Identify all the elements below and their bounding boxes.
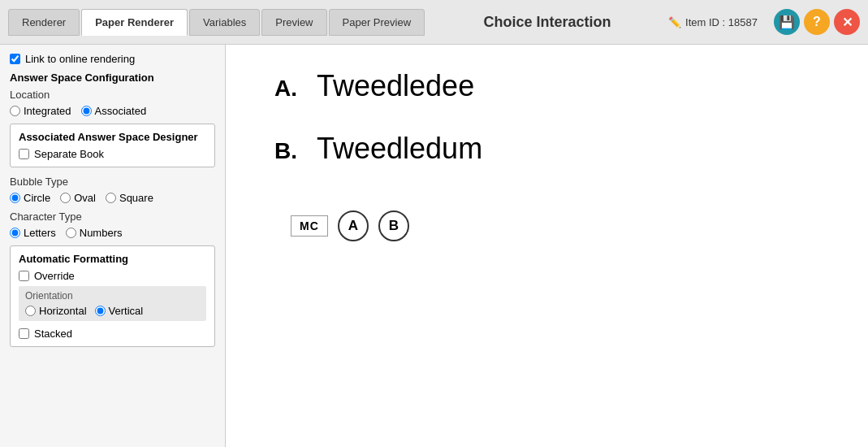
save-button[interactable]: 💾	[774, 9, 800, 35]
square-label: Square	[119, 192, 153, 204]
integrated-radio[interactable]	[10, 106, 20, 116]
square-radio[interactable]	[106, 193, 116, 203]
tab-renderer[interactable]: Renderer	[8, 9, 80, 36]
character-type-label: Character Type	[10, 210, 215, 223]
choice-a-text: Tweedledee	[317, 69, 474, 103]
pencil-icon: ✏️	[668, 16, 681, 28]
separate-book-checkbox[interactable]	[19, 149, 29, 159]
letters-option[interactable]: Letters	[10, 227, 56, 239]
associated-designer-box: Associated Answer Space Designer Separat…	[10, 124, 215, 167]
associated-radio[interactable]	[81, 106, 92, 116]
numbers-radio[interactable]	[66, 228, 76, 238]
vertical-label: Vertical	[109, 305, 144, 317]
separate-book-label: Separate Book	[34, 148, 104, 160]
mc-box: MC	[291, 215, 328, 237]
stacked-checkbox[interactable]	[19, 328, 29, 339]
associated-option[interactable]: Associated	[81, 105, 147, 117]
answer-bubble-area: MC A B	[291, 210, 409, 241]
horizontal-option[interactable]: Horizontal	[25, 305, 87, 317]
square-option[interactable]: Square	[106, 192, 153, 204]
auto-formatting-title: Automatic Formatting	[19, 253, 206, 265]
choice-item-b: B. Tweedledum	[274, 132, 482, 166]
choice-b-text: Tweedledum	[317, 132, 482, 166]
numbers-label: Numbers	[80, 227, 123, 239]
vertical-option[interactable]: Vertical	[95, 305, 144, 317]
location-label: Location	[10, 89, 215, 101]
answer-space-config-title: Answer Space Configuration	[10, 72, 215, 84]
tab-variables[interactable]: Variables	[189, 9, 260, 36]
item-id: ✏️ Item ID : 18587	[668, 16, 758, 28]
bubble-type-group: Circle Oval Square	[10, 192, 215, 204]
associated-label: Associated	[95, 105, 147, 117]
circle-label: Circle	[24, 192, 50, 204]
main-content: A. Tweedledee B. Tweedledum MC A B	[226, 45, 868, 447]
bubble-b: B	[378, 210, 409, 241]
auto-formatting-box: Automatic Formatting Override Orientatio…	[10, 245, 215, 347]
vertical-radio[interactable]	[95, 306, 106, 316]
tab-paper-preview[interactable]: Paper Preview	[329, 9, 425, 36]
choice-a-prefix: A.	[274, 76, 307, 102]
choice-item-a: A. Tweedledee	[274, 69, 474, 103]
integrated-label: Integrated	[24, 105, 71, 117]
sidebar: Link to online rendering Answer Space Co…	[0, 45, 226, 447]
link-to-online-row: Link to online rendering	[10, 53, 215, 65]
stacked-row: Stacked	[19, 328, 206, 340]
bubble-type-label: Bubble Type	[10, 176, 215, 188]
location-radio-group: Integrated Associated	[10, 105, 215, 117]
override-label: Override	[34, 270, 75, 282]
numbers-option[interactable]: Numbers	[66, 227, 123, 239]
horizontal-radio[interactable]	[25, 306, 36, 316]
oval-radio[interactable]	[60, 193, 71, 203]
override-checkbox[interactable]	[19, 271, 29, 281]
tab-preview[interactable]: Preview	[261, 9, 326, 36]
page-title: Choice Interaction	[426, 14, 668, 31]
link-to-online-checkbox[interactable]	[10, 54, 20, 64]
help-button[interactable]: ?	[804, 9, 830, 35]
oval-option[interactable]: Oval	[60, 192, 96, 204]
oval-label: Oval	[74, 192, 96, 204]
close-button[interactable]: ✕	[834, 9, 860, 35]
item-id-text: Item ID : 18587	[685, 16, 758, 28]
associated-designer-title: Associated Answer Space Designer	[19, 131, 206, 143]
letters-label: Letters	[24, 227, 56, 239]
save-icon: 💾	[779, 15, 795, 30]
bubble-a: A	[338, 210, 369, 241]
link-to-online-label: Link to online rendering	[25, 53, 135, 65]
separate-book-row: Separate Book	[19, 148, 206, 160]
orientation-group: Orientation Horizontal Vertical	[19, 286, 206, 321]
tab-bar: Renderer Paper Renderer Variables Previe…	[8, 9, 426, 36]
tab-paper-renderer[interactable]: Paper Renderer	[81, 9, 188, 36]
character-type-group: Letters Numbers	[10, 227, 215, 239]
letters-radio[interactable]	[10, 228, 20, 238]
override-row: Override	[19, 270, 206, 282]
orientation-label: Orientation	[25, 290, 200, 302]
horizontal-label: Horizontal	[39, 305, 87, 317]
circle-option[interactable]: Circle	[10, 192, 50, 204]
stacked-label: Stacked	[34, 328, 72, 340]
help-icon: ?	[813, 15, 821, 29]
integrated-option[interactable]: Integrated	[10, 105, 71, 117]
orientation-radios: Horizontal Vertical	[25, 305, 200, 317]
circle-radio[interactable]	[10, 193, 20, 203]
choice-b-prefix: B.	[274, 138, 307, 164]
close-icon: ✕	[842, 15, 853, 30]
